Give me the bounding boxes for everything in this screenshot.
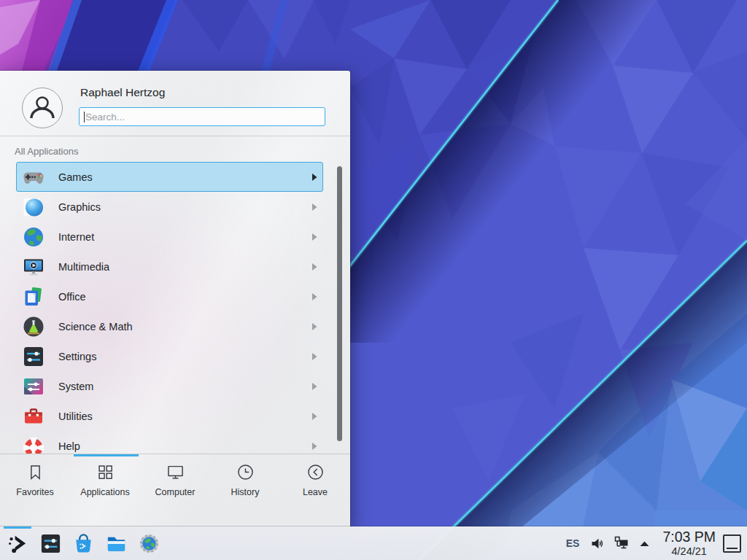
submenu-arrow-icon bbox=[311, 443, 317, 450]
submenu-arrow-icon bbox=[311, 353, 317, 360]
user-name: Raphael Hertzog bbox=[80, 86, 165, 99]
settings-icon bbox=[22, 345, 45, 368]
tab-label: Applications bbox=[80, 487, 129, 497]
application-launcher-icon bbox=[7, 532, 29, 555]
category-label: Settings bbox=[58, 351, 96, 362]
category-utilities[interactable]: Utilities bbox=[16, 401, 323, 431]
system-icon bbox=[22, 375, 45, 398]
application-launcher-menu: Raphael Hertzog Search... All Applicatio… bbox=[0, 71, 350, 526]
computer-icon bbox=[166, 462, 185, 482]
list-scrollbar[interactable] bbox=[337, 166, 342, 441]
category-office[interactable]: Office bbox=[16, 281, 323, 311]
category-label: Internet bbox=[58, 231, 94, 243]
category-list: Games Graphics bbox=[0, 162, 350, 454]
tab-label: History bbox=[231, 487, 260, 497]
dolphin-file-manager-launcher[interactable] bbox=[104, 526, 128, 560]
science-math-icon bbox=[22, 315, 45, 338]
digital-clock[interactable]: 7:03 PM 4/24/21 bbox=[662, 530, 716, 556]
category-label: Multimedia bbox=[58, 261, 109, 273]
category-system[interactable]: System bbox=[16, 371, 323, 401]
submenu-arrow-icon bbox=[311, 263, 317, 271]
search-input[interactable]: Search... bbox=[79, 107, 325, 126]
launcher-header: Raphael Hertzog Search... bbox=[0, 71, 350, 136]
network-icon[interactable] bbox=[614, 535, 630, 551]
application-launcher-button[interactable] bbox=[6, 526, 29, 560]
section-label: All Applications bbox=[15, 146, 78, 157]
dolphin-icon bbox=[105, 532, 128, 555]
system-settings-icon bbox=[39, 532, 62, 555]
tab-favorites[interactable]: Favorites bbox=[0, 462, 70, 497]
applications-icon bbox=[96, 462, 115, 482]
tab-history[interactable]: History bbox=[210, 462, 280, 497]
clock-date: 4/24/21 bbox=[671, 546, 706, 557]
discover-launcher[interactable] bbox=[71, 526, 95, 560]
category-internet[interactable]: Internet bbox=[16, 222, 323, 252]
show-desktop-button[interactable] bbox=[723, 534, 741, 553]
history-icon bbox=[236, 462, 255, 482]
utilities-icon bbox=[22, 405, 45, 428]
office-icon bbox=[22, 285, 45, 308]
graphics-icon bbox=[22, 195, 45, 219]
submenu-arrow-icon bbox=[311, 413, 317, 420]
volume-icon[interactable] bbox=[590, 537, 604, 551]
category-label: Games bbox=[58, 171, 93, 183]
submenu-arrow-icon bbox=[311, 233, 317, 241]
category-label: Science & Math bbox=[58, 321, 133, 332]
footer-divider bbox=[0, 454, 350, 454]
multimedia-icon bbox=[22, 255, 45, 279]
category-label: Office bbox=[58, 291, 86, 303]
games-icon bbox=[22, 166, 45, 189]
category-label: System bbox=[58, 381, 93, 392]
category-games[interactable]: Games bbox=[16, 162, 323, 192]
category-science-math[interactable]: Science & Math bbox=[16, 311, 323, 341]
active-tab-indicator bbox=[74, 454, 139, 456]
tab-computer[interactable]: Computer bbox=[140, 462, 210, 497]
header-divider bbox=[0, 136, 350, 136]
clock-time: 7:03 PM bbox=[662, 530, 716, 545]
category-label: Graphics bbox=[58, 201, 101, 213]
taskbar-launchers bbox=[6, 526, 160, 560]
taskbar-panel: ES bbox=[0, 526, 747, 560]
discover-icon bbox=[72, 532, 95, 555]
submenu-arrow-icon bbox=[311, 293, 317, 300]
internet-icon bbox=[22, 225, 45, 249]
keyboard-layout-indicator[interactable]: ES bbox=[566, 537, 580, 549]
tab-label: Computer bbox=[155, 487, 196, 497]
category-graphics[interactable]: Graphics bbox=[16, 192, 323, 222]
system-settings-launcher[interactable] bbox=[39, 526, 62, 560]
expand-tray-icon[interactable] bbox=[639, 540, 650, 547]
submenu-arrow-icon bbox=[311, 203, 317, 211]
system-tray: ES bbox=[566, 526, 743, 560]
favorites-icon bbox=[26, 462, 45, 482]
submenu-arrow-icon bbox=[311, 383, 317, 390]
category-settings[interactable]: Settings bbox=[16, 341, 323, 371]
category-label: Utilities bbox=[58, 411, 93, 422]
submenu-arrow-icon bbox=[311, 174, 317, 181]
user-avatar[interactable] bbox=[22, 88, 63, 128]
category-multimedia[interactable]: Multimedia bbox=[16, 252, 323, 281]
tab-label: Favorites bbox=[16, 487, 53, 497]
category-label: Help bbox=[58, 440, 80, 452]
footer-tab-bar: Favorites Applications Computer bbox=[0, 462, 350, 497]
konqueror-browser-launcher[interactable] bbox=[137, 526, 160, 560]
tab-label: Leave bbox=[303, 487, 328, 497]
help-icon bbox=[22, 435, 45, 454]
tab-applications[interactable]: Applications bbox=[70, 462, 140, 497]
kde-plasma-desktop: Raphael Hertzog Search... All Applicatio… bbox=[0, 0, 747, 560]
konqueror-icon bbox=[138, 532, 160, 555]
tab-leave[interactable]: Leave bbox=[280, 462, 350, 497]
search-placeholder: Search... bbox=[85, 112, 125, 122]
submenu-arrow-icon bbox=[311, 323, 317, 330]
leave-icon bbox=[306, 462, 325, 482]
text-caret bbox=[84, 112, 85, 122]
category-help[interactable]: Help bbox=[16, 431, 323, 454]
launcher-footer: Favorites Applications Computer bbox=[0, 454, 350, 526]
